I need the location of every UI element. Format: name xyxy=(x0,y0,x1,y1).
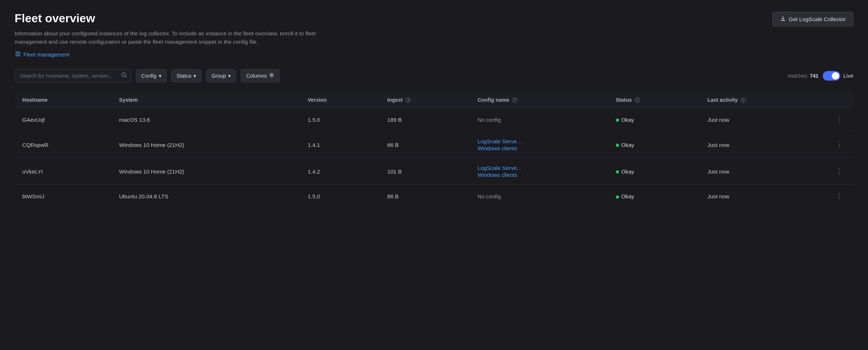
columns-filter-button[interactable]: Columns xyxy=(241,69,280,82)
col-actions xyxy=(826,92,853,108)
cell-hostname: CQRspwR xyxy=(15,132,112,158)
table-header: Hostname System Version Ingest i Config … xyxy=(15,92,853,108)
svg-rect-2 xyxy=(15,55,20,56)
cell-version: 1.4.1 xyxy=(300,132,380,158)
table-row: uVkeLYIWindows 10 Home (21H2)1.4.2101 BL… xyxy=(15,158,853,185)
col-status: Status i xyxy=(608,92,700,108)
page-header: Fleet overview Information about your co… xyxy=(15,12,853,59)
table-row: GAexUqfmacOS 13.61.5.0189 BNo configOkay… xyxy=(15,108,853,131)
row-menu-button[interactable]: ⋮ xyxy=(833,166,846,176)
search-container xyxy=(15,69,131,83)
cell-system: Ubuntu 20.04.6 LTS xyxy=(112,185,300,208)
cell-version: 1.5.0 xyxy=(300,185,380,208)
group-filter-button[interactable]: Group ▾ xyxy=(206,69,236,82)
cell-last-activity: Just now xyxy=(700,158,826,185)
toolbar: Config ▾ Status ▾ Group ▾ Columns matche… xyxy=(15,69,853,83)
svg-rect-1 xyxy=(15,54,20,54)
fleet-table: Hostname System Version Ingest i Config … xyxy=(15,92,853,209)
status-dot xyxy=(616,195,619,199)
page-description: Information about your configured instan… xyxy=(15,30,343,46)
config-name-link[interactable]: Windows clients xyxy=(477,145,601,151)
matches-text: matches: 741 xyxy=(788,73,819,79)
col-version: Version xyxy=(300,92,380,108)
config-filter-button[interactable]: Config ▾ xyxy=(136,69,167,82)
table-row: btWSmiJUbuntu 20.04.6 LTS1.5.086 BNo con… xyxy=(15,185,853,208)
live-toggle-wrap: Live xyxy=(823,71,853,81)
status-label: Okay xyxy=(621,142,634,148)
row-menu-button[interactable]: ⋮ xyxy=(833,140,846,149)
cell-config-name: LogScale Serve...Windows clients xyxy=(470,158,608,185)
cell-system: Windows 10 Home (21H2) xyxy=(112,132,300,158)
live-label: Live xyxy=(843,73,853,79)
col-hostname: Hostname xyxy=(15,92,112,108)
svg-point-5 xyxy=(271,74,272,76)
ingest-info-icon: i xyxy=(406,98,411,103)
status-label: Okay xyxy=(621,193,634,199)
cell-ingest: 66 B xyxy=(380,132,470,158)
fleet-management-link[interactable]: Fleet management xyxy=(15,51,70,58)
no-config-label: No config xyxy=(477,193,501,199)
cell-last-activity: Just now xyxy=(700,108,826,131)
cell-version: 1.5.0 xyxy=(300,108,380,131)
cell-status: Okay xyxy=(608,158,700,185)
cell-config-name: No config xyxy=(470,108,608,131)
cell-status: Okay xyxy=(608,132,700,158)
row-menu-button[interactable]: ⋮ xyxy=(833,115,846,125)
cell-ingest: 86 B xyxy=(380,185,470,208)
chevron-down-icon: ▾ xyxy=(159,73,161,79)
status-dot xyxy=(616,118,619,122)
cell-hostname: btWSmiJ xyxy=(15,185,112,208)
matches-count: 741 xyxy=(810,73,819,79)
cell-actions: ⋮ xyxy=(826,132,853,158)
config-name-info-icon: i xyxy=(512,98,517,103)
cell-system: macOS 13.6 xyxy=(112,108,300,131)
download-icon xyxy=(780,16,786,23)
cell-hostname: GAexUqf xyxy=(15,108,112,131)
cell-actions: ⋮ xyxy=(826,158,853,185)
chevron-down-icon: ▾ xyxy=(193,73,196,79)
cell-status: Okay xyxy=(608,185,700,208)
cell-config-name: No config xyxy=(470,185,608,208)
cell-version: 1.4.2 xyxy=(300,158,380,185)
cell-system: Windows 10 Home (21H2) xyxy=(112,158,300,185)
status-dot xyxy=(616,170,619,174)
col-ingest: Ingest i xyxy=(380,92,470,108)
config-name-link[interactable]: LogScale Serve... xyxy=(477,138,601,144)
cell-ingest: 189 B xyxy=(380,108,470,131)
col-config-name: Config name i xyxy=(470,92,608,108)
search-icon xyxy=(121,72,127,79)
last-activity-info-icon: i xyxy=(741,98,746,103)
cell-last-activity: Just now xyxy=(700,132,826,158)
row-menu-button[interactable]: ⋮ xyxy=(833,191,846,201)
table-body: GAexUqfmacOS 13.61.5.0189 BNo configOkay… xyxy=(15,108,853,208)
search-input[interactable] xyxy=(15,69,131,83)
config-name-link[interactable]: LogScale Serve... xyxy=(477,165,601,171)
status-filter-button[interactable]: Status ▾ xyxy=(171,69,202,82)
get-collector-button[interactable]: Get LogScale Collector xyxy=(772,12,853,27)
status-label: Okay xyxy=(621,168,634,175)
col-system: System xyxy=(112,92,300,108)
cell-status: Okay xyxy=(608,108,700,131)
header-left: Fleet overview Information about your co… xyxy=(15,12,343,59)
cell-actions: ⋮ xyxy=(826,108,853,131)
chevron-down-icon: ▾ xyxy=(228,73,231,79)
cell-config-name: LogScale Serve...Windows clients xyxy=(470,132,608,158)
col-last-activity: Last activity i xyxy=(700,92,826,108)
cell-ingest: 101 B xyxy=(380,158,470,185)
page-title: Fleet overview xyxy=(15,12,343,25)
cell-last-activity: Just now xyxy=(700,185,826,208)
no-config-label: No config xyxy=(477,117,501,123)
status-info-icon: i xyxy=(635,98,640,103)
svg-line-4 xyxy=(125,76,127,77)
live-toggle[interactable] xyxy=(823,71,840,81)
status-dot xyxy=(616,144,619,147)
gear-icon xyxy=(269,73,274,79)
cell-actions: ⋮ xyxy=(826,185,853,208)
table-row: CQRspwRWindows 10 Home (21H2)1.4.166 BLo… xyxy=(15,132,853,158)
fleet-mgmt-icon xyxy=(15,51,21,58)
status-label: Okay xyxy=(621,117,634,123)
config-name-link[interactable]: Windows clients xyxy=(477,172,601,178)
svg-rect-0 xyxy=(15,52,20,52)
cell-hostname: uVkeLYI xyxy=(15,158,112,185)
